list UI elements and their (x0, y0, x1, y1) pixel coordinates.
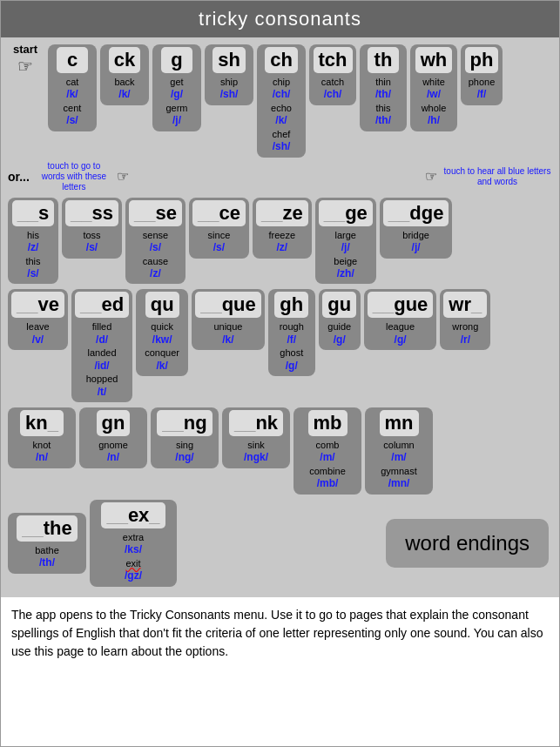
tile-tch-sound1: /ch/ (324, 88, 342, 102)
hand-icon-right: ☞ (425, 168, 437, 185)
tile-c-word2: cent (64, 102, 82, 114)
tile-wr-letters: wr_ (443, 292, 487, 318)
tile-end-ed-letters: __ed (75, 292, 129, 318)
or-label: or... (8, 170, 30, 184)
tile-tch[interactable]: tch catch /ch/ (309, 44, 356, 105)
tile-qu-letters: qu (145, 292, 179, 318)
tile-end-ze[interactable]: __ze freeze /z/ (253, 198, 312, 259)
tile-g[interactable]: g get /g/ germ /j/ (152, 44, 201, 131)
tile-end-gue[interactable]: __gue league /g/ (364, 289, 437, 350)
hand-icon: ☞ (17, 56, 33, 77)
tile-sh-sound1: /sh/ (220, 88, 239, 102)
tile-wh-word1: white (422, 76, 445, 88)
tile-g-word1: get (170, 76, 183, 88)
tile-ch-word2: echo (271, 102, 292, 114)
start-area: start ☞ (6, 43, 44, 77)
tile-mn[interactable]: mn column /m/ gymnast /mn/ (365, 407, 433, 495)
tile-c[interactable]: c cat /k/ cent /s/ (48, 44, 97, 131)
tile-c-letters: c (57, 47, 88, 73)
tile-c-sound1: /k/ (66, 88, 78, 102)
bottom-description: The app opens to the Tricky Consonants m… (1, 597, 559, 670)
page-title: tricky consonants (1, 1, 559, 37)
tile-kn[interactable]: kn_ knot /n/ (8, 407, 76, 468)
tile-th-sound2: /th/ (375, 114, 391, 128)
tile-end-the[interactable]: __the bathe /th/ (8, 513, 86, 574)
touch-hint-left[interactable]: touch to go to words with these letters (35, 161, 113, 192)
tile-ch-word1: chip (273, 76, 290, 88)
tile-end-gue-letters: __gue (368, 292, 434, 318)
tile-ex[interactable]: __ex_ extra /ks/ exit /gz/ (90, 500, 177, 587)
tile-end-dge-letters: __dge (383, 200, 449, 226)
tile-ck[interactable]: ck back /k/ (100, 44, 149, 105)
tile-kn-letters: kn_ (20, 410, 64, 436)
tile-ck-letters: ck (109, 47, 140, 73)
tile-wh-word2: whole (422, 102, 447, 114)
bottom-text-content: The app opens to the Tricky Consonants m… (11, 608, 543, 658)
tile-gu[interactable]: gu guide /g/ (319, 289, 361, 350)
row3: __ve leave /v/ __ed filled /d/ landed /i… (6, 287, 554, 404)
tile-wr[interactable]: wr_ wrong /r/ (440, 289, 490, 350)
tile-ph[interactable]: ph phone /f/ (461, 44, 503, 105)
tile-end-nk[interactable]: __nk sink /ngk/ (222, 407, 290, 468)
tile-gu-letters: gu (322, 292, 356, 318)
tile-ch-sound1: /ch/ (273, 88, 291, 102)
tile-g-letters: g (161, 47, 192, 73)
tile-end-ge-letters: __ge (319, 200, 373, 226)
tile-gh-letters: gh (274, 292, 308, 318)
row5: __the bathe /th/ __ex_ extra /ks/ exit /… (6, 498, 554, 589)
tile-end-ce[interactable]: __ce since /s/ (189, 198, 249, 259)
tile-ch-sound2: /k/ (275, 114, 287, 128)
tile-ch-sound3: /sh/ (273, 140, 291, 154)
tile-end-ss-letters: __ss (65, 200, 118, 226)
tile-ck-word1: back (114, 76, 134, 88)
tile-mb[interactable]: mb comb /m/ combine /mb/ (293, 407, 361, 495)
tile-c-sound2: /s/ (66, 114, 78, 128)
row1: start ☞ c cat /k/ cent /s/ ck back /k/ g… (6, 43, 554, 159)
tile-end-se[interactable]: __se sense /s/ cause /z/ (125, 198, 186, 285)
tile-end-ng-letters: __ng (157, 410, 212, 436)
tile-sh-word1: ship (220, 76, 238, 88)
tile-ch-word3: chef (273, 128, 291, 140)
tile-gn[interactable]: gn gnome /n/ (79, 407, 147, 468)
tile-th-word1: thin (375, 76, 391, 88)
tile-end-que[interactable]: __que unique /k/ (192, 289, 265, 350)
tile-end-ss[interactable]: __ss toss /s/ (62, 198, 122, 259)
tile-end-dge[interactable]: __dge bridge /j/ (380, 198, 453, 259)
tile-sh-letters: sh (213, 47, 246, 73)
tile-qu[interactable]: qu quick /kw/ conquer /k/ (136, 289, 188, 376)
tile-end-ve-letters: __ve (11, 292, 64, 318)
tile-end-ge[interactable]: __ge large /j/ beige /zh/ (315, 198, 376, 285)
tile-g-word2: germ (165, 102, 187, 114)
tile-end-ed[interactable]: __ed filled /d/ landed /id/ hopped /t/ (71, 289, 132, 402)
tile-c-word1: cat (66, 76, 79, 88)
tile-th-letters: th (368, 47, 399, 73)
tile-gn-letters: gn (97, 410, 131, 436)
tile-ch[interactable]: ch chip /ch/ echo /k/ chef /sh/ (257, 44, 306, 158)
tile-th[interactable]: th thin /th/ this /th/ (360, 44, 407, 131)
tile-mb-letters: mb (308, 410, 347, 436)
tile-end-s[interactable]: __s his /z/ this /s/ (8, 198, 58, 285)
tile-wh[interactable]: wh white /w/ whole /h/ (410, 44, 457, 131)
tile-sh[interactable]: sh ship /sh/ (205, 44, 253, 105)
tile-end-se-letters: __se (129, 200, 182, 226)
row2: __s his /z/ this /s/ __ss toss /s/ __se … (6, 196, 554, 286)
tile-ch-letters: ch (265, 47, 298, 73)
tile-wh-sound2: /h/ (428, 114, 440, 128)
hand-icon-left: ☞ (117, 168, 129, 185)
tile-tch-letters: tch (314, 47, 353, 73)
tile-ph-sound1: /f/ (477, 88, 487, 102)
tile-mn-letters: mn (380, 410, 419, 436)
tile-g-sound2: /j/ (172, 114, 181, 128)
tile-end-ng[interactable]: __ng sing /ng/ (151, 407, 219, 468)
tile-ph-letters: ph (465, 47, 499, 73)
tile-gh[interactable]: gh rough /f/ ghost /g/ (268, 289, 315, 376)
tile-end-ve[interactable]: __ve leave /v/ (8, 289, 68, 350)
word-endings-button[interactable]: word endings (386, 519, 549, 568)
start-label: start (13, 43, 37, 56)
tile-th-sound1: /th/ (375, 88, 391, 102)
tile-g-sound1: /g/ (171, 88, 183, 102)
row4: kn_ knot /n/ gn gnome /n/ __ng sing /ng/… (6, 406, 554, 496)
tile-wh-letters: wh (415, 47, 453, 73)
tile-th-word2: this (375, 102, 390, 114)
touch-hint-right[interactable]: touch to hear all blue letters and words (441, 166, 554, 187)
